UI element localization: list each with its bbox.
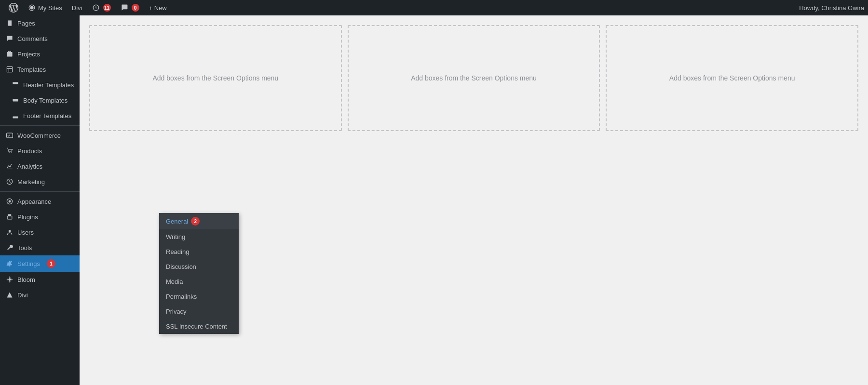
svg-point-13	[9, 230, 11, 232]
dashboard-col-2-text: Add boxes from the Screen Options menu	[411, 74, 537, 82]
submenu-item-reading[interactable]: Reading	[159, 244, 239, 259]
dashboard-col-1-text: Add boxes from the Screen Options menu	[152, 74, 278, 82]
svg-rect-11	[8, 214, 11, 216]
svg-rect-2	[13, 82, 18, 84]
sidebar-label-projects: Projects	[17, 51, 40, 58]
submenu-label-privacy: Privacy	[166, 308, 187, 315]
sidebar-label-plugins: Plugins	[17, 213, 38, 221]
header-templates-icon	[12, 81, 19, 89]
sidebar-label-body-templates: Body Templates	[23, 97, 68, 104]
submenu-item-media[interactable]: Media	[159, 274, 239, 289]
sidebar-item-woocommerce[interactable]: WooCommerce	[0, 128, 80, 143]
my-sites-label: My Sites	[38, 4, 62, 12]
sidebar-item-pages[interactable]: Pages	[0, 15, 80, 31]
sidebar-item-settings[interactable]: Settings 1	[0, 255, 80, 272]
sidebar-label-appearance: Appearance	[17, 198, 51, 205]
bloom-icon	[6, 276, 14, 283]
updates-icon	[92, 4, 100, 12]
submenu-item-permalinks[interactable]: Permalinks	[159, 289, 239, 304]
admin-bar: My Sites Divi 11 0 + New Howdy, Christin…	[0, 0, 868, 15]
users-icon	[6, 228, 14, 236]
sidebar-item-comments[interactable]: Comments	[0, 31, 80, 46]
products-icon	[6, 147, 14, 155]
sidebar-item-appearance[interactable]: Appearance	[0, 194, 80, 209]
svg-point-16	[9, 280, 10, 283]
submenu-label-ssl: SSL Insecure Content	[166, 323, 227, 330]
marketing-icon	[6, 178, 14, 186]
settings-submenu: General 2 Writing Reading Discussion Med…	[159, 213, 239, 334]
admin-sidebar: Pages Comments Projects Templates Header…	[0, 15, 80, 385]
submenu-item-writing[interactable]: Writing	[159, 229, 239, 244]
dashboard-col-3-text: Add boxes from the Screen Options menu	[669, 74, 795, 82]
sidebar-divider-1	[0, 125, 80, 126]
sidebar-item-tools[interactable]: Tools	[0, 240, 80, 255]
submenu-item-discussion[interactable]: Discussion	[159, 259, 239, 274]
sidebar-label-users: Users	[17, 229, 34, 236]
divi-adminbar-label: Divi	[72, 4, 82, 12]
sidebar-label-settings: Settings	[17, 260, 40, 267]
settings-badge: 1	[47, 259, 55, 268]
svg-rect-4	[13, 117, 18, 119]
sidebar-label-templates: Templates	[17, 66, 46, 73]
svg-point-10	[9, 200, 11, 203]
tools-icon	[6, 244, 14, 252]
woocommerce-icon	[6, 132, 14, 139]
sidebar-item-divi[interactable]: Divi	[0, 287, 80, 303]
howdy-label: Howdy, Christina Gwira	[799, 4, 864, 12]
dashboard-col-1: Add boxes from the Screen Options menu	[89, 25, 342, 131]
wp-logo-button[interactable]	[4, 0, 23, 15]
sidebar-label-divi: Divi	[17, 292, 28, 299]
svg-point-18	[11, 279, 13, 280]
comments-icon	[6, 35, 14, 42]
submenu-item-ssl[interactable]: SSL Insecure Content	[159, 319, 239, 334]
sidebar-label-woocommerce: WooCommerce	[17, 132, 61, 139]
pages-icon	[6, 19, 14, 27]
sidebar-label-analytics: Analytics	[17, 163, 42, 170]
sidebar-item-header-templates[interactable]: Header Templates	[0, 77, 80, 93]
sidebar-label-pages: Pages	[17, 20, 35, 27]
submenu-item-general[interactable]: General 2	[159, 213, 239, 229]
sidebar-item-analytics[interactable]: Analytics	[0, 159, 80, 174]
main-content: Add boxes from the Screen Options menu A…	[80, 15, 868, 385]
svg-rect-12	[7, 216, 12, 219]
new-button[interactable]: + New	[144, 0, 172, 15]
appearance-icon	[6, 198, 14, 205]
sidebar-item-marketing[interactable]: Marketing	[0, 174, 80, 189]
comments-count: 0	[132, 4, 139, 12]
sidebar-label-header-templates: Header Templates	[23, 81, 74, 89]
sidebar-item-body-templates[interactable]: Body Templates	[0, 93, 80, 108]
dashboard-col-3: Add boxes from the Screen Options menu	[606, 25, 858, 131]
svg-point-17	[7, 279, 9, 280]
sidebar-item-plugins[interactable]: Plugins	[0, 209, 80, 225]
settings-icon	[6, 260, 14, 267]
submenu-label-media: Media	[166, 278, 183, 285]
sidebar-item-templates[interactable]: Templates	[0, 62, 80, 77]
sidebar-label-marketing: Marketing	[17, 178, 45, 186]
svg-rect-0	[7, 52, 12, 57]
svg-point-6	[9, 152, 10, 153]
submenu-label-permalinks: Permalinks	[166, 293, 197, 300]
sidebar-item-footer-templates[interactable]: Footer Templates	[0, 108, 80, 123]
sidebar-label-products: Products	[17, 147, 42, 155]
sidebar-divider-2	[0, 191, 80, 192]
submenu-label-writing: Writing	[166, 233, 185, 240]
projects-icon	[6, 50, 14, 58]
my-sites-icon	[28, 4, 36, 12]
plugins-icon	[6, 213, 14, 221]
sidebar-item-projects[interactable]: Projects	[0, 46, 80, 62]
sidebar-item-users[interactable]: Users	[0, 225, 80, 240]
footer-templates-icon	[12, 112, 19, 119]
comments-adminbar-button[interactable]: 0	[116, 0, 144, 15]
my-sites-button[interactable]: My Sites	[23, 0, 67, 15]
analytics-icon	[6, 162, 14, 170]
divi-adminbar-button[interactable]: Divi	[67, 0, 87, 15]
submenu-general-badge: 2	[191, 217, 200, 226]
svg-point-15	[9, 277, 10, 279]
sidebar-item-bloom[interactable]: Bloom	[0, 272, 80, 287]
updates-button[interactable]: 11	[87, 0, 116, 15]
submenu-label-reading: Reading	[166, 248, 189, 255]
submenu-item-privacy[interactable]: Privacy	[159, 304, 239, 319]
sidebar-label-comments: Comments	[17, 35, 48, 42]
submenu-label-general: General	[166, 218, 188, 225]
sidebar-item-products[interactable]: Products	[0, 143, 80, 159]
